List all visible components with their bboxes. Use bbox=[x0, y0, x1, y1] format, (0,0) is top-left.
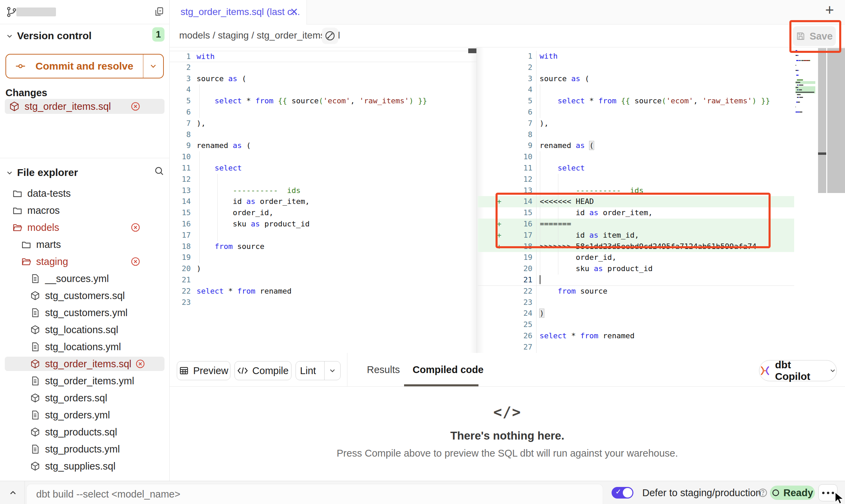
line-number: 3 bbox=[505, 73, 536, 85]
code-line-20: 20 sku as product_id bbox=[478, 263, 794, 275]
file-item-stg_customers.sql[interactable]: stg_customers.sql bbox=[0, 288, 170, 303]
version-control-title: Version control bbox=[17, 30, 91, 42]
file-item-label: stg_products.yml bbox=[45, 444, 120, 455]
line-number: 22 bbox=[505, 286, 536, 297]
editor-scrollbar[interactable] bbox=[818, 48, 826, 193]
line-number: 14 bbox=[170, 196, 194, 207]
file-item-__sources.yml[interactable]: __sources.yml bbox=[0, 271, 170, 286]
editor-tab-strip: stg_order_items.sql (last c... ✕ bbox=[170, 0, 845, 25]
commit-and-resolve-main[interactable]: Commit and resolve bbox=[6, 55, 143, 78]
chevron-up-icon[interactable] bbox=[8, 488, 18, 498]
file-item-label: macros bbox=[27, 205, 60, 216]
file-explorer-section-header[interactable]: File explorer bbox=[0, 165, 169, 180]
line-number: 2 bbox=[505, 62, 536, 73]
command-input[interactable]: dbt build --select <model_name> bbox=[26, 484, 603, 504]
editor-pane-left[interactable]: 1with23source as (45 select * from {{ so… bbox=[170, 47, 477, 353]
discard-icon[interactable] bbox=[135, 359, 145, 369]
dbt-copilot-button[interactable]: dbt Copilot bbox=[759, 360, 837, 381]
search-icon[interactable] bbox=[154, 165, 164, 176]
window-scrollbar[interactable] bbox=[827, 48, 845, 193]
tab-label: stg_order_items.sql (last c... bbox=[181, 0, 300, 24]
editor-pane-right[interactable]: 1with23source as (45 select * from {{ so… bbox=[478, 47, 794, 353]
lint-options-caret[interactable] bbox=[324, 361, 340, 380]
sidebar-divider bbox=[0, 158, 170, 158]
tab-results[interactable]: Results bbox=[367, 353, 400, 386]
commit-and-resolve-button[interactable]: Commit and resolve bbox=[5, 54, 164, 78]
chevron-down-icon[interactable] bbox=[5, 32, 14, 40]
tab-compiled-code[interactable]: Compiled code bbox=[413, 353, 484, 386]
file-item-stg_products.sql[interactable]: stg_products.sql bbox=[0, 425, 170, 439]
changed-file-row[interactable]: stg_order_items.sql bbox=[5, 99, 164, 114]
chevron-down-icon[interactable] bbox=[5, 169, 14, 177]
code-line-5: 5 select * from {{ source('ecom', 'raw_i… bbox=[170, 95, 477, 107]
discard-icon[interactable] bbox=[130, 222, 141, 233]
file-item-label: stg_customers.yml bbox=[45, 307, 128, 318]
defer-toggle[interactable]: ✓ bbox=[612, 487, 633, 499]
minimap[interactable] bbox=[796, 49, 815, 116]
file-item-staging[interactable]: staging bbox=[0, 254, 170, 269]
line-number: 12 bbox=[170, 174, 194, 185]
ready-label: Ready bbox=[783, 487, 813, 499]
file-item-data-tests[interactable]: data-tests bbox=[0, 186, 170, 201]
file-item-models[interactable]: models bbox=[0, 220, 170, 235]
file-item-stg_orders.yml[interactable]: stg_orders.yml bbox=[0, 408, 170, 422]
line-number: 6 bbox=[505, 107, 536, 118]
breadcrumb-row: models / staging / stg_order_items.sql bbox=[170, 25, 845, 47]
line-number: 11 bbox=[505, 163, 536, 174]
code-line-15: 15 id as order_item, bbox=[478, 207, 794, 219]
file-item-stg_order_items.sql[interactable]: stg_order_items.sql bbox=[5, 357, 164, 371]
file-item-stg_orders.sql[interactable]: stg_orders.sql bbox=[0, 391, 170, 405]
file-item-stg_customers.yml[interactable]: stg_customers.yml bbox=[0, 306, 170, 320]
diff-added-marker bbox=[478, 107, 505, 118]
left-pane-scrollbar-thumb[interactable] bbox=[468, 48, 476, 53]
diff-added-marker bbox=[478, 275, 505, 285]
file-item-stg_locations.sql[interactable]: stg_locations.sql bbox=[0, 323, 170, 337]
line-number: 16 bbox=[505, 219, 536, 230]
commit-options-caret[interactable] bbox=[143, 55, 163, 78]
defer-label: Defer to staging/production bbox=[642, 481, 761, 504]
file-item-stg_supplies.sql[interactable]: stg_supplies.sql bbox=[0, 459, 170, 473]
table-icon bbox=[179, 366, 189, 376]
code-line-14: 14 id as order_item, bbox=[170, 196, 477, 207]
code-line-23: 23 bbox=[478, 297, 794, 308]
file-item-stg_products.yml[interactable]: stg_products.yml bbox=[0, 442, 170, 456]
new-tab-button[interactable]: + bbox=[825, 1, 834, 18]
code-line-11: 11 select bbox=[478, 163, 794, 174]
lineage-icon[interactable] bbox=[322, 28, 338, 44]
status-badge: Ready bbox=[770, 486, 815, 500]
save-button[interactable]: Save bbox=[793, 26, 836, 46]
file-item-macros[interactable]: macros bbox=[0, 203, 170, 218]
line-number: 17 bbox=[170, 230, 194, 241]
line-number: 13 bbox=[505, 185, 536, 196]
line-number: 27 bbox=[505, 342, 536, 353]
code-line-23: 23 bbox=[170, 297, 477, 308]
lint-button[interactable]: Lint bbox=[296, 361, 341, 380]
line-number: 10 bbox=[505, 151, 536, 163]
diff-added-marker bbox=[478, 140, 505, 151]
diff-added-marker: + bbox=[478, 219, 505, 230]
diff-added-marker bbox=[478, 129, 505, 140]
discard-icon[interactable] bbox=[130, 256, 141, 267]
close-tab-icon[interactable]: ✕ bbox=[290, 0, 298, 24]
code-line-19: 19 order_id, bbox=[478, 252, 794, 263]
copy-icon[interactable] bbox=[154, 6, 164, 17]
compile-button[interactable]: Compile bbox=[234, 361, 291, 380]
preview-button[interactable]: Preview bbox=[177, 361, 230, 380]
line-number: 9 bbox=[505, 140, 536, 151]
changes-label: Changes bbox=[5, 87, 47, 99]
code-line-18: 18 from source bbox=[170, 241, 477, 252]
version-control-section-header[interactable]: Version control 1 bbox=[0, 29, 169, 44]
pane-divider[interactable] bbox=[477, 47, 477, 353]
yaml-icon bbox=[30, 444, 40, 454]
line-number: 20 bbox=[505, 263, 536, 275]
help-question-icon[interactable] bbox=[758, 488, 768, 498]
file-item-stg_locations.yml[interactable]: stg_locations.yml bbox=[0, 340, 170, 354]
command-placeholder: dbt build --select <model_name> bbox=[36, 484, 180, 504]
lint-label[interactable]: Lint bbox=[296, 365, 320, 376]
dbt-copilot-label: dbt Copilot bbox=[775, 359, 825, 382]
line-number: 3 bbox=[170, 73, 194, 85]
tab-stg-order-items[interactable]: stg_order_items.sql (last c... ✕ bbox=[170, 0, 307, 25]
file-item-stg_order_items.yml[interactable]: stg_order_items.yml bbox=[0, 374, 170, 388]
discard-change-icon[interactable] bbox=[130, 101, 141, 112]
file-item-marts[interactable]: marts bbox=[0, 237, 170, 252]
